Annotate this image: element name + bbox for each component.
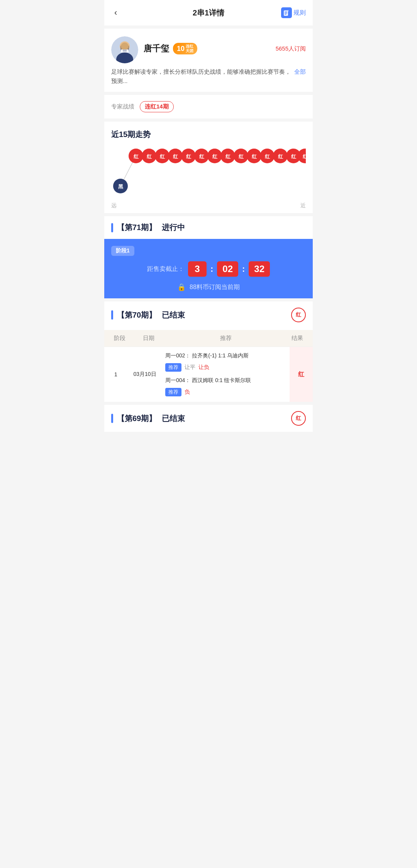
period-71-header: 【第71期】 进行中 <box>104 216 313 239</box>
svg-text:红: 红 <box>159 154 165 159</box>
rec-option-1a: 让平 <box>185 364 195 371</box>
period-70-title: 【第70期】 <box>117 310 156 320</box>
page-title: 2串1详情 <box>193 8 224 18</box>
subscriber-count: 5655人订阅 <box>276 45 306 52</box>
svg-text:红: 红 <box>186 154 192 159</box>
trend-near-label: 近 <box>300 202 306 209</box>
trend-far-label: 远 <box>111 202 117 209</box>
period-70-header: 【第70期】 已结束 红 <box>104 301 313 328</box>
countdown-sep-2: : <box>242 264 245 274</box>
col-stage: 阶段 <box>108 335 131 342</box>
period-70-section: 【第70期】 已结束 红 阶段 日期 推荐 结果 1 03月10日 周一002： <box>104 301 313 402</box>
period-70-table: 阶段 日期 推荐 结果 1 03月10日 周一002： 拉齐奥(-1) 1:1 … <box>104 330 313 402</box>
period-bar <box>111 223 113 232</box>
stage-value: 1 <box>114 371 117 377</box>
header: ‹ 2串1详情 规则 <box>104 0 313 25</box>
period-70-bar <box>111 310 113 320</box>
badge-number: 10 <box>177 45 185 53</box>
subscribe-row: 🔒 88料币订阅当前期 <box>111 283 306 291</box>
svg-text:红: 红 <box>146 154 152 159</box>
stats-label: 专家战绩 <box>111 103 134 110</box>
svg-point-8 <box>121 42 129 50</box>
period-71-status: 进行中 <box>162 222 185 233</box>
match-1-id: 周一002： <box>165 352 190 359</box>
svg-text:黑: 黑 <box>118 184 124 190</box>
date-value: 03月10日 <box>133 371 156 378</box>
period-69-status: 已结束 <box>162 413 185 424</box>
countdown-minutes: 02 <box>217 261 238 277</box>
table-header: 阶段 日期 推荐 结果 <box>104 330 313 347</box>
countdown-sep-1: : <box>210 264 213 274</box>
match-1-line: 周一002： 拉齐奥(-1) 1:1 乌迪内斯 <box>165 352 249 359</box>
period-69-bar <box>111 414 113 423</box>
expert-desc-text: 足球比赛解读专家，擅长分析球队历史战绩，能够准确把握比赛节奏，预测... <box>111 67 292 86</box>
col-date: 日期 <box>131 335 166 342</box>
svg-text:红: 红 <box>199 154 205 159</box>
date-cell: 03月10日 <box>127 347 162 402</box>
recommend-cell: 周一002： 拉齐奥(-1) 1:1 乌迪内斯 推荐 让平 让负 周一004： … <box>162 347 290 402</box>
rec-option-1b: 让负 <box>198 364 209 371</box>
trend-title: 近15期走势 <box>111 129 306 140</box>
svg-text:红: 红 <box>238 154 244 159</box>
expert-top: 唐千玺 10 连红天团 5655人订阅 <box>111 36 306 63</box>
expert-card: 唐千玺 10 连红天团 5655人订阅 足球比赛解读专家，擅长分析球队历史战绩，… <box>104 29 313 92</box>
match-2-tags: 推荐 负 <box>165 388 190 396</box>
period-69-section: 【第69期】 已结束 红 <box>104 405 313 432</box>
rules-icon <box>281 7 292 18</box>
expert-info: 唐千玺 10 连红天团 5655人订阅 <box>144 43 306 57</box>
svg-text:红: 红 <box>212 154 218 159</box>
countdown-row: 距售卖截止： 3 : 02 : 32 <box>111 261 306 277</box>
svg-rect-10 <box>123 49 127 52</box>
match-1-teams: 拉齐奥(-1) 1:1 乌迪内斯 <box>192 352 249 359</box>
expert-name-row: 唐千玺 10 连红天团 5655人订阅 <box>144 43 306 54</box>
rules-button[interactable]: 规则 <box>281 7 306 18</box>
svg-text:红: 红 <box>225 154 231 159</box>
svg-text:红: 红 <box>302 154 306 159</box>
result-cell: 红 <box>290 347 313 402</box>
svg-rect-3 <box>285 14 286 15</box>
match-2-teams: 西汉姆联 0:1 纽卡斯尔联 <box>192 377 251 383</box>
period-69-header: 【第69期】 已结束 红 <box>104 405 313 432</box>
badge-text: 连红天团 <box>186 44 193 53</box>
lock-icon: 🔒 <box>177 283 186 291</box>
match-1-tags: 推荐 让平 让负 <box>165 363 209 372</box>
period-69-title: 【第69期】 <box>117 413 156 424</box>
svg-text:红: 红 <box>133 154 139 159</box>
svg-text:红: 红 <box>278 154 283 159</box>
col-result: 结果 <box>286 335 309 342</box>
trend-chart: 黑 红 红 红 红 红 红 红 红 红 红 红 红 红 红 <box>111 147 306 198</box>
streak-badge: 连红14期 <box>140 101 174 112</box>
subscribe-text: 88料币订阅当前期 <box>190 283 240 291</box>
current-period-section: 【第71期】 进行中 阶段1 距售卖截止： 3 : 02 : 32 🔒 88料币… <box>104 216 313 298</box>
period-70-result-badge: 红 <box>291 308 306 322</box>
result-value: 红 <box>298 371 304 379</box>
svg-text:红: 红 <box>251 154 257 159</box>
expert-name: 唐千玺 <box>144 43 169 54</box>
countdown-hours: 3 <box>188 261 207 277</box>
svg-text:红: 红 <box>264 154 270 159</box>
stats-section: 专家战绩 连红14期 <box>104 95 313 118</box>
countdown-label: 距售卖截止： <box>147 265 184 273</box>
svg-rect-1 <box>285 12 287 12</box>
countdown-seconds: 32 <box>249 261 270 277</box>
countdown-card: 阶段1 距售卖截止： 3 : 02 : 32 🔒 88料币订阅当前期 <box>104 239 313 298</box>
match-2-id: 周一004： <box>165 377 190 383</box>
back-button[interactable]: ‹ <box>111 6 120 19</box>
stage-badge: 阶段1 <box>111 246 134 256</box>
rec-tag-1: 推荐 <box>165 363 181 372</box>
col-recommend: 推荐 <box>166 335 286 342</box>
trend-section: 近15期走势 黑 红 红 红 红 红 红 红 红 红 红 红 红 红 红 远 近 <box>104 122 313 213</box>
svg-text:红: 红 <box>291 154 297 159</box>
svg-text:红: 红 <box>173 154 178 159</box>
period-69-result-badge: 红 <box>291 411 306 426</box>
rules-label: 规则 <box>293 9 306 17</box>
match-2-line: 周一004： 西汉姆联 0:1 纽卡斯尔联 <box>165 377 251 384</box>
period-70-status: 已结束 <box>162 310 185 320</box>
svg-rect-2 <box>285 13 287 14</box>
expert-description: 足球比赛解读专家，擅长分析球队历史战绩，能够准确把握比赛节奏，预测... 全部 <box>111 67 306 86</box>
more-link[interactable]: 全部 <box>294 67 306 76</box>
rec-tag-2: 推荐 <box>165 388 181 396</box>
avatar <box>111 36 138 63</box>
stage-cell: 1 <box>104 347 127 402</box>
trend-labels: 远 近 <box>111 202 306 209</box>
